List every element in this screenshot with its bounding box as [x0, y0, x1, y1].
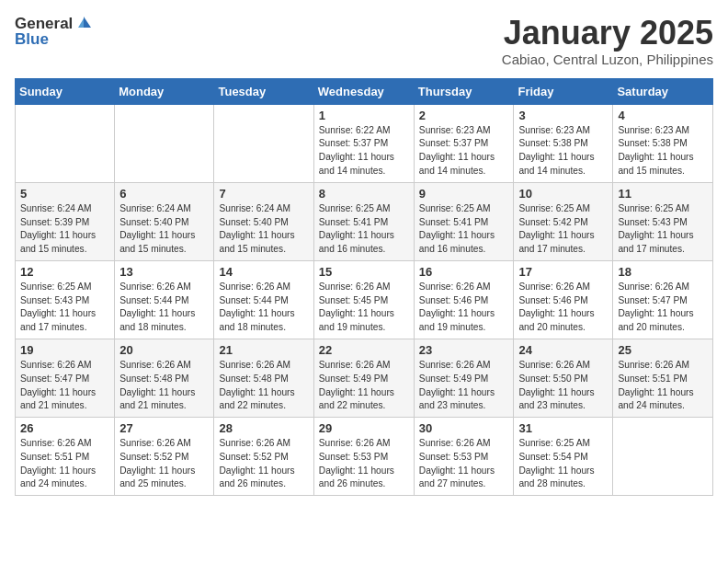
- calendar-cell: 29Sunrise: 6:26 AMSunset: 5:53 PMDayligh…: [313, 418, 414, 496]
- day-number: 26: [20, 421, 109, 435]
- logo-blue: Blue: [15, 31, 93, 49]
- page-header: General Blue January 2025 Cabiao, Centra…: [15, 15, 713, 67]
- calendar-cell: 28Sunrise: 6:26 AMSunset: 5:52 PMDayligh…: [214, 418, 313, 496]
- day-info: Sunrise: 6:26 AMSunset: 5:51 PMDaylight:…: [618, 359, 708, 413]
- weekday-header-wednesday: Wednesday: [313, 78, 414, 104]
- day-number: 11: [618, 187, 708, 201]
- day-number: 2: [419, 109, 509, 122]
- day-info: Sunrise: 6:26 AMSunset: 5:52 PMDaylight:…: [119, 437, 209, 491]
- day-info: Sunrise: 6:26 AMSunset: 5:46 PMDaylight:…: [419, 281, 509, 335]
- calendar-cell: 18Sunrise: 6:26 AMSunset: 5:47 PMDayligh…: [613, 260, 713, 339]
- calendar-cell: 22Sunrise: 6:26 AMSunset: 5:49 PMDayligh…: [313, 339, 414, 417]
- day-info: Sunrise: 6:26 AMSunset: 5:45 PMDaylight:…: [319, 281, 409, 335]
- day-info: Sunrise: 6:26 AMSunset: 5:44 PMDaylight:…: [219, 281, 308, 335]
- day-info: Sunrise: 6:25 AMSunset: 5:43 PMDaylight:…: [20, 281, 109, 335]
- calendar-cell: 3Sunrise: 6:23 AMSunset: 5:38 PMDaylight…: [514, 104, 613, 182]
- calendar-cell: 19Sunrise: 6:26 AMSunset: 5:47 PMDayligh…: [16, 339, 115, 417]
- day-info: Sunrise: 6:24 AMSunset: 5:40 PMDaylight:…: [119, 202, 209, 257]
- calendar-cell: 13Sunrise: 6:26 AMSunset: 5:44 PMDayligh…: [115, 260, 214, 339]
- calendar-cell: 6Sunrise: 6:24 AMSunset: 5:40 PMDaylight…: [115, 182, 214, 260]
- day-info: Sunrise: 6:25 AMSunset: 5:43 PMDaylight:…: [618, 202, 708, 257]
- day-number: 10: [518, 187, 608, 201]
- day-number: 21: [219, 343, 308, 357]
- calendar-cell: 8Sunrise: 6:25 AMSunset: 5:41 PMDaylight…: [313, 182, 414, 260]
- calendar-week-row: 5Sunrise: 6:24 AMSunset: 5:39 PMDaylight…: [16, 182, 713, 260]
- calendar-cell: 23Sunrise: 6:26 AMSunset: 5:49 PMDayligh…: [414, 339, 514, 417]
- calendar-cell: 1Sunrise: 6:22 AMSunset: 5:37 PMDaylight…: [313, 104, 414, 182]
- day-number: 28: [219, 421, 308, 435]
- day-number: 9: [419, 187, 509, 201]
- svg-marker-1: [78, 18, 84, 28]
- calendar-cell: 25Sunrise: 6:26 AMSunset: 5:51 PMDayligh…: [613, 339, 713, 417]
- day-number: 18: [618, 265, 708, 279]
- calendar-week-row: 1Sunrise: 6:22 AMSunset: 5:37 PMDaylight…: [16, 104, 713, 182]
- calendar-cell: 26Sunrise: 6:26 AMSunset: 5:51 PMDayligh…: [16, 418, 115, 496]
- day-number: 3: [518, 109, 608, 122]
- day-number: 6: [119, 187, 209, 201]
- day-number: 13: [119, 265, 209, 279]
- day-info: Sunrise: 6:24 AMSunset: 5:40 PMDaylight:…: [219, 202, 308, 257]
- calendar-cell: 20Sunrise: 6:26 AMSunset: 5:48 PMDayligh…: [115, 339, 214, 417]
- calendar-cell: 4Sunrise: 6:23 AMSunset: 5:38 PMDaylight…: [613, 104, 713, 182]
- day-number: 25: [618, 343, 708, 357]
- calendar-cell: 31Sunrise: 6:25 AMSunset: 5:54 PMDayligh…: [514, 418, 613, 496]
- calendar-cell: 7Sunrise: 6:24 AMSunset: 5:40 PMDaylight…: [214, 182, 313, 260]
- day-number: 16: [419, 265, 509, 279]
- day-info: Sunrise: 6:23 AMSunset: 5:38 PMDaylight:…: [618, 124, 708, 178]
- day-info: Sunrise: 6:23 AMSunset: 5:38 PMDaylight:…: [518, 124, 608, 178]
- day-number: 14: [219, 265, 308, 279]
- title-block: January 2025 Cabiao, Central Luzon, Phil…: [502, 15, 713, 67]
- day-info: Sunrise: 6:23 AMSunset: 5:37 PMDaylight:…: [419, 124, 509, 178]
- calendar-cell: [613, 418, 713, 496]
- logo-sail-icon: [74, 15, 93, 33]
- weekday-header-tuesday: Tuesday: [214, 78, 313, 104]
- day-number: 19: [20, 343, 109, 357]
- day-number: 20: [119, 343, 209, 357]
- day-number: 23: [419, 343, 509, 357]
- day-info: Sunrise: 6:26 AMSunset: 5:50 PMDaylight:…: [518, 359, 608, 413]
- day-number: 30: [419, 421, 509, 435]
- calendar-week-row: 12Sunrise: 6:25 AMSunset: 5:43 PMDayligh…: [16, 260, 713, 339]
- calendar-cell: [115, 104, 214, 182]
- calendar-cell: 27Sunrise: 6:26 AMSunset: 5:52 PMDayligh…: [115, 418, 214, 496]
- day-number: 27: [119, 421, 209, 435]
- calendar-cell: 5Sunrise: 6:24 AMSunset: 5:39 PMDaylight…: [16, 182, 115, 260]
- day-number: 7: [219, 187, 308, 201]
- logo-text: General Blue: [15, 15, 93, 49]
- calendar-week-row: 19Sunrise: 6:26 AMSunset: 5:47 PMDayligh…: [16, 339, 713, 417]
- day-info: Sunrise: 6:25 AMSunset: 5:54 PMDaylight:…: [518, 437, 608, 491]
- calendar-cell: 15Sunrise: 6:26 AMSunset: 5:45 PMDayligh…: [313, 260, 414, 339]
- day-number: 31: [518, 421, 608, 435]
- day-number: 17: [518, 265, 608, 279]
- weekday-header-thursday: Thursday: [414, 78, 514, 104]
- day-info: Sunrise: 6:26 AMSunset: 5:49 PMDaylight:…: [419, 359, 509, 413]
- calendar-cell: 30Sunrise: 6:26 AMSunset: 5:53 PMDayligh…: [414, 418, 514, 496]
- day-number: 12: [20, 265, 109, 279]
- day-number: 4: [618, 109, 708, 122]
- calendar-cell: 21Sunrise: 6:26 AMSunset: 5:48 PMDayligh…: [214, 339, 313, 417]
- day-info: Sunrise: 6:26 AMSunset: 5:46 PMDaylight:…: [518, 281, 608, 335]
- weekday-header-friday: Friday: [514, 78, 613, 104]
- calendar-cell: 2Sunrise: 6:23 AMSunset: 5:37 PMDaylight…: [414, 104, 514, 182]
- calendar-cell: 10Sunrise: 6:25 AMSunset: 5:42 PMDayligh…: [514, 182, 613, 260]
- day-number: 8: [319, 187, 409, 201]
- calendar-cell: 14Sunrise: 6:26 AMSunset: 5:44 PMDayligh…: [214, 260, 313, 339]
- day-info: Sunrise: 6:25 AMSunset: 5:41 PMDaylight:…: [419, 202, 509, 257]
- day-info: Sunrise: 6:26 AMSunset: 5:47 PMDaylight:…: [20, 359, 109, 413]
- month-title: January 2025: [502, 15, 713, 52]
- day-number: 5: [20, 187, 109, 201]
- day-info: Sunrise: 6:26 AMSunset: 5:53 PMDaylight:…: [419, 437, 509, 491]
- location-title: Cabiao, Central Luzon, Philippines: [502, 52, 713, 67]
- day-info: Sunrise: 6:26 AMSunset: 5:51 PMDaylight:…: [20, 437, 109, 491]
- day-number: 24: [518, 343, 608, 357]
- day-info: Sunrise: 6:26 AMSunset: 5:52 PMDaylight:…: [219, 437, 308, 491]
- day-info: Sunrise: 6:26 AMSunset: 5:47 PMDaylight:…: [618, 281, 708, 335]
- day-info: Sunrise: 6:26 AMSunset: 5:44 PMDaylight:…: [119, 281, 209, 335]
- day-number: 29: [319, 421, 409, 435]
- calendar-week-row: 26Sunrise: 6:26 AMSunset: 5:51 PMDayligh…: [16, 418, 713, 496]
- day-info: Sunrise: 6:25 AMSunset: 5:41 PMDaylight:…: [319, 202, 409, 257]
- calendar-cell: 12Sunrise: 6:25 AMSunset: 5:43 PMDayligh…: [16, 260, 115, 339]
- calendar-cell: 24Sunrise: 6:26 AMSunset: 5:50 PMDayligh…: [514, 339, 613, 417]
- day-info: Sunrise: 6:22 AMSunset: 5:37 PMDaylight:…: [319, 124, 409, 178]
- calendar-table: SundayMondayTuesdayWednesdayThursdayFrid…: [15, 78, 713, 497]
